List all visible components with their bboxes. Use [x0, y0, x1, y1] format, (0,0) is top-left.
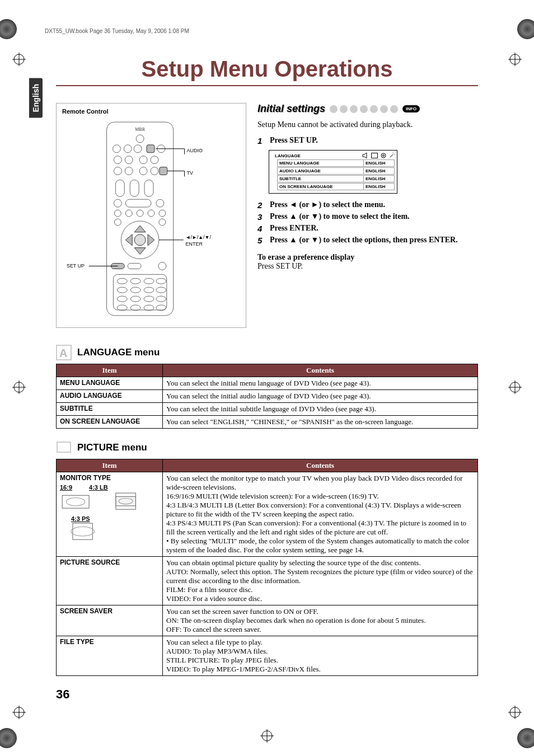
svg-point-48 [159, 210, 166, 217]
svg-point-25 [124, 145, 132, 153]
print-registration-disc-tr [517, 19, 534, 39]
video-icon [371, 153, 378, 158]
step-text: Press SET UP. [270, 136, 318, 145]
monitor-type-label: MONITOR TYPE [60, 474, 159, 482]
print-registration-disc-bl [0, 728, 17, 748]
info-badge: INFO [402, 105, 420, 112]
step-number: 1 [257, 136, 265, 145]
svg-text:MBR: MBR [135, 127, 145, 132]
setup-menu-preview: LANGUAGE MENU LANGUAGEENGLISH AUDIO LANG… [269, 150, 397, 194]
svg-point-43 [156, 199, 164, 207]
step-text: Press ▲ (or ▼) to move to select the ite… [270, 212, 410, 222]
speaker-icon [362, 153, 369, 158]
crosshair-icon-bottom-center [260, 729, 274, 743]
svg-point-24 [113, 145, 120, 153]
table-row: SUBTITLEYou can select the initial subti… [57, 403, 478, 416]
svg-marker-55 [148, 234, 154, 246]
svg-point-64 [156, 278, 166, 284]
table-row: FILE TYPEYou can select a file type to p… [57, 636, 478, 676]
svg-point-61 [117, 278, 127, 284]
svg-point-33 [114, 167, 121, 175]
svg-point-45 [125, 210, 132, 217]
print-registration-disc-tl [0, 19, 17, 39]
svg-point-49 [114, 219, 121, 226]
svg-point-85 [383, 155, 385, 157]
aspect-16-9: 16:9 [60, 484, 72, 491]
svg-point-66 [130, 287, 140, 293]
svg-point-70 [130, 296, 140, 302]
svg-point-23 [136, 135, 144, 143]
svg-rect-27 [147, 145, 154, 153]
crosshair-icon-bl [12, 706, 26, 719]
language-icon: A [56, 345, 72, 360]
svg-marker-54 [125, 234, 132, 246]
language-menu-table: Item Contents MENU LANGUAGEYou can selec… [56, 364, 478, 429]
svg-point-50 [159, 219, 166, 226]
remote-diagram: MBR [62, 118, 240, 320]
initial-intro: Setup Menu cannot be activated during pl… [257, 120, 478, 129]
aspect-diagram-row2 [60, 522, 159, 543]
menu-row-label: ON SCREEN LANGUAGE [277, 183, 364, 190]
menu-row-label: MENU LANGUAGE [277, 159, 364, 167]
page-title: Setup Menu Operations [56, 57, 478, 86]
svg-point-34 [125, 167, 133, 175]
svg-rect-38 [115, 180, 124, 196]
step-text: Press ▲ (or ▼) to select the options, th… [270, 236, 458, 245]
table-row: MONITOR TYPE 16:9 4:3 LB 4:3 PS [57, 472, 478, 557]
svg-point-47 [148, 210, 154, 217]
print-header: DXT55_UW.book Page 36 Tuesday, May 9, 20… [45, 28, 489, 34]
crosshair-icon-mid-right [508, 381, 522, 394]
svg-point-63 [144, 278, 154, 284]
page-number: 36 [56, 687, 489, 702]
col-contents: Contents [163, 364, 478, 377]
menu-row-value: ENGLISH [364, 167, 395, 175]
svg-rect-37 [160, 167, 167, 175]
svg-point-67 [144, 287, 154, 293]
menu-row-value: ENGLISH [364, 183, 395, 190]
menu-row-label: AUDIO LANGUAGE [277, 167, 364, 175]
crosshair-icon-br [508, 706, 522, 719]
audio-label: AUDIO [187, 148, 203, 153]
svg-marker-83 [363, 153, 367, 158]
step-number: 4 [257, 224, 265, 233]
svg-point-41 [114, 199, 121, 207]
svg-point-29 [114, 156, 121, 164]
svg-point-35 [139, 167, 147, 175]
col-item: Item [57, 459, 163, 472]
crosshair-icon-tr [508, 53, 522, 66]
step-number: 2 [257, 200, 265, 210]
menu-tab-language: LANGUAGE [275, 153, 301, 158]
svg-point-59 [158, 262, 166, 270]
svg-marker-52 [134, 226, 146, 232]
svg-marker-53 [134, 248, 146, 255]
svg-point-72 [156, 296, 166, 302]
picture-icon [56, 440, 72, 456]
language-menu-heading: LANGUAGE menu [77, 347, 160, 358]
menu-row-label: SUBTITLE [277, 175, 364, 182]
print-registration-disc-br [517, 728, 534, 748]
enter-label: ENTER [186, 241, 203, 247]
arrows-label: ◄/►/▲/▼/ [186, 234, 212, 240]
erase-heading: To erase a preference display [257, 253, 478, 262]
decorative-dots [330, 105, 398, 113]
svg-text:A: A [59, 347, 67, 359]
col-item: Item [57, 364, 163, 377]
language-side-tab: English [29, 78, 43, 118]
svg-point-31 [139, 156, 147, 164]
remote-title: Remote Control [62, 108, 240, 115]
aspect-4-3-lb: 4:3 LB [89, 484, 108, 491]
picture-menu-heading: PICTURE menu [77, 442, 147, 453]
gear-icon [380, 153, 387, 158]
table-row: AUDIO LANGUAGEYou can select the initial… [57, 390, 478, 403]
svg-point-65 [117, 287, 127, 293]
svg-point-32 [151, 156, 158, 164]
remote-control-panel: Remote Control MBR [56, 103, 246, 328]
svg-point-69 [117, 296, 127, 302]
initial-settings-heading: Initial settings [257, 103, 325, 115]
svg-point-26 [134, 145, 142, 153]
crosshair-icon-mid-left [12, 381, 26, 394]
tv-label: TV [187, 170, 193, 176]
setup-label: SET UP [67, 263, 85, 269]
table-row: MENU LANGUAGEYou can select the initial … [57, 377, 478, 390]
svg-rect-94 [73, 523, 92, 539]
